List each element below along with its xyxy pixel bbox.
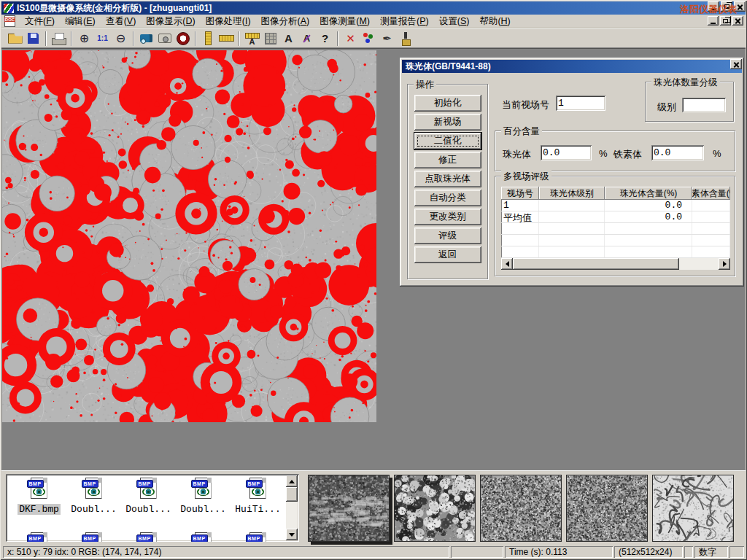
file-item-partial[interactable]: BMP — [12, 532, 66, 542]
actual-size-icon[interactable]: 1:1 — [93, 31, 112, 47]
bmp-file-icon: BMP — [191, 478, 216, 502]
titlebar[interactable]: IS100显微摄像系统(金相分析版) - [zhuguangti01] — [1, 1, 746, 15]
column-header-0[interactable]: 视场号 — [501, 187, 539, 200]
op-button-8[interactable]: 返回 — [414, 246, 481, 263]
menu-item-7[interactable]: 测量报告(P) — [375, 14, 434, 29]
percent-sign: % — [599, 148, 608, 159]
op-button-1[interactable]: 新视场 — [414, 114, 481, 131]
measure-icon[interactable]: A — [243, 31, 261, 47]
thumbnail-1[interactable] — [308, 475, 390, 542]
op-button-0[interactable]: 初始化 — [414, 95, 481, 112]
table-cell — [692, 246, 730, 257]
bmp-badge: BMP — [82, 534, 98, 542]
file-list-scrollbar[interactable] — [286, 475, 298, 540]
table-cell — [539, 246, 605, 257]
scroll-up-button[interactable] — [286, 475, 298, 487]
caliper-icon[interactable] — [199, 31, 217, 47]
scrollbar-thumb[interactable] — [513, 258, 679, 270]
ferrite-percent-input[interactable] — [651, 145, 704, 160]
micrograph-image[interactable] — [2, 50, 376, 422]
child-window-controls — [708, 16, 743, 26]
menu-item-2[interactable]: 查看(V) — [101, 14, 142, 29]
classify-icon[interactable] — [360, 31, 378, 47]
window-title: IS100显微摄像系统(金相分析版) - [zhuguangti01] — [17, 2, 212, 15]
level-input[interactable] — [682, 98, 726, 112]
op-button-5[interactable]: 自动分类 — [414, 190, 481, 206]
op-button-3[interactable]: 修正 — [414, 152, 481, 168]
file-item-partial[interactable]: BMP — [121, 532, 176, 542]
dialog-close-button[interactable] — [730, 59, 742, 69]
brush-icon[interactable] — [396, 31, 414, 47]
op-button-4[interactable]: 点取珠光体 — [414, 171, 481, 187]
timer-icon[interactable] — [174, 31, 192, 47]
menu-item-0[interactable]: 文件(F) — [20, 14, 60, 29]
file-item-3[interactable]: BMPDoubl... — [176, 478, 231, 515]
table-row[interactable] — [501, 235, 730, 246]
thumbnail-5[interactable] — [652, 475, 734, 542]
print-icon[interactable] — [50, 31, 68, 47]
table-row[interactable] — [501, 246, 730, 258]
menu-item-6[interactable]: 图像测量(M) — [314, 14, 375, 29]
current-field-input[interactable] — [556, 96, 605, 111]
spline-icon[interactable]: ✕ — [341, 31, 360, 47]
file-item-2[interactable]: BMPDoubl... — [121, 478, 176, 515]
file-item-0[interactable]: BMPDKF.bmp — [12, 478, 66, 515]
capture-icon[interactable] — [155, 31, 174, 47]
workspace: 珠光体(GB/T9441-88) 操作 初始化新视场二值化修正点取珠光体自动分类… — [1, 48, 746, 470]
op-button-2[interactable]: 二值化 — [414, 133, 481, 149]
op-button-7[interactable]: 评级 — [414, 228, 481, 244]
ruler-icon[interactable] — [217, 31, 236, 47]
child-restore-button[interactable] — [720, 16, 731, 26]
help-icon[interactable]: ? — [316, 31, 334, 47]
annotate-icon[interactable]: A — [298, 31, 316, 47]
menu-item-1[interactable]: 编辑(E) — [60, 14, 101, 29]
thumbnail-4[interactable] — [566, 475, 648, 542]
table-row[interactable] — [501, 223, 730, 235]
table-horizontal-scrollbar[interactable] — [501, 258, 730, 270]
zoom-out-icon[interactable]: ⊖ — [112, 31, 130, 47]
table-row[interactable]: 平均值0.0 — [501, 211, 730, 223]
text-icon[interactable]: A — [279, 31, 298, 47]
column-header-1[interactable]: 珠光体级别 — [539, 187, 605, 200]
table-cell: 1 — [501, 200, 539, 211]
menu-items: 文件(F)编辑(E)查看(V)图像显示(D)图像处理(I)图像分析(A)图像测量… — [20, 14, 516, 29]
dialog-titlebar[interactable]: 珠光体(GB/T9441-88) — [402, 60, 742, 73]
close-icon — [735, 18, 741, 24]
scroll-left-button[interactable] — [501, 258, 513, 270]
child-minimize-button[interactable] — [708, 16, 719, 26]
file-item-partial[interactable]: BMP — [176, 532, 231, 542]
menu-item-4[interactable]: 图像处理(I) — [201, 14, 256, 29]
column-header-3[interactable]: 铁素体含量(%) — [692, 187, 730, 200]
scroll-down-button[interactable] — [286, 529, 298, 540]
table-cell: 0.0 — [605, 211, 692, 222]
save-icon[interactable] — [24, 31, 42, 47]
menu-item-3[interactable]: 图像显示(D) — [141, 14, 200, 29]
column-header-2[interactable]: 珠光体含量(%) — [605, 187, 692, 200]
thumbnail-3[interactable] — [480, 475, 562, 542]
thumbnail-2[interactable] — [394, 475, 476, 542]
menu-item-9[interactable]: 帮助(H) — [474, 14, 515, 29]
file-item-1[interactable]: BMPDoubl... — [66, 478, 121, 515]
op-button-6[interactable]: 更改类别 — [414, 209, 481, 225]
scrollbar-thumb[interactable] — [286, 487, 298, 502]
file-item-partial[interactable]: BMP — [66, 532, 121, 542]
open-icon[interactable] — [6, 31, 24, 47]
scrollbar-track[interactable] — [286, 502, 298, 529]
child-close-button[interactable] — [732, 16, 743, 26]
scrollbar-track[interactable] — [679, 258, 719, 270]
table-row[interactable]: 10.0 — [501, 200, 730, 211]
file-item-4[interactable]: BMPHuiTi... — [231, 478, 285, 515]
zoom-in-icon[interactable]: ⊕ — [75, 31, 93, 47]
bmp-file-icon: BMP — [136, 532, 161, 542]
bmp-badge: BMP — [27, 534, 44, 542]
video-camera-icon[interactable] — [137, 31, 155, 47]
pearlite-percent-input[interactable] — [541, 145, 592, 160]
menu-item-5[interactable]: 图像分析(A) — [256, 14, 315, 29]
file-item-partial[interactable]: BMP — [231, 532, 285, 542]
grid-icon[interactable] — [261, 31, 279, 47]
scroll-right-button[interactable] — [719, 258, 730, 270]
menu-item-8[interactable]: 设置(S) — [434, 14, 475, 29]
pen-icon[interactable]: ✒ — [378, 31, 396, 47]
document-icon[interactable]: DOC — [4, 15, 15, 27]
arrow-up-icon — [289, 480, 295, 483]
